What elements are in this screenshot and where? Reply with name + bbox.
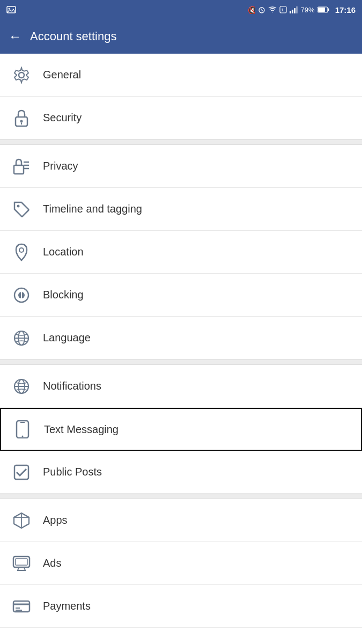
svg-rect-13 [318,8,325,12]
svg-rect-8 [290,11,291,13]
menu-item-label-text-messaging: Text Messaging [44,423,119,436]
alarm-icon [258,6,265,13]
mute-icon: 🔇 [248,5,255,14]
svg-rect-41 [16,559,27,565]
menu-item-general[interactable]: General [0,54,362,97]
status-time: 17:16 [335,5,356,14]
phone-icon [12,420,33,438]
image-icon [6,6,16,13]
lock-icon [11,109,32,127]
menu-item-label-blocking: Blocking [43,289,84,301]
svg-rect-0 [7,6,16,13]
svg-point-36 [22,436,24,437]
menu-item-payments[interactable]: Payments [0,585,362,628]
menu-item-label-language: Language [43,332,91,344]
status-icons: 🔇 1 79% 17:16 [248,5,356,14]
location-icon [11,243,32,261]
battery-text: 79% [301,6,315,14]
cube-icon [11,512,32,529]
privacy-icon [11,158,32,175]
menu-item-label-security: Security [43,112,82,124]
gear-icon [11,67,32,84]
menu-item-location[interactable]: Location [0,231,362,274]
menu-item-timeline-tagging[interactable]: Timeline and tagging [0,188,362,231]
page-title: Account settings [30,30,116,43]
svg-rect-37 [14,465,28,479]
svg-rect-10 [294,8,295,13]
menu-item-blocking[interactable]: Blocking [0,274,362,317]
menu-item-label-ads: Ads [43,557,61,569]
menu-item-label-privacy: Privacy [43,160,78,172]
globe-icon [11,330,32,347]
svg-rect-11 [296,6,298,13]
svg-rect-14 [328,9,329,11]
block-icon [11,287,32,304]
menu-item-security[interactable]: Security [0,97,362,140]
menu-item-privacy[interactable]: Privacy [0,145,362,188]
svg-text:🔇: 🔇 [248,6,255,14]
signal-icon [290,6,298,13]
svg-point-24 [19,248,24,252]
app-header: ← Account settings [0,19,362,54]
monitor-icon [11,555,32,572]
divider-after-language [0,360,362,365]
divider-after-public-posts [0,494,362,499]
menu-item-label-timeline-tagging: Timeline and tagging [43,203,142,215]
svg-line-5 [262,10,263,11]
svg-point-15 [19,72,24,78]
menu-item-text-messaging[interactable]: Text Messaging [0,408,362,451]
settings-menu: General Security Privacy Timeline and ta… [0,54,362,628]
svg-rect-19 [14,165,24,174]
menu-item-ads[interactable]: Ads [0,542,362,585]
card-icon [11,600,32,613]
status-bar-left [6,6,245,13]
menu-item-language[interactable]: Language [0,317,362,360]
menu-item-label-general: General [43,69,81,81]
menu-item-notifications[interactable]: Notifications [0,365,362,408]
menu-item-public-posts[interactable]: Public Posts [0,451,362,494]
menu-item-label-location: Location [43,246,84,258]
menu-item-label-public-posts: Public Posts [43,466,102,478]
svg-point-1 [9,8,10,10]
battery-icon [317,6,329,13]
menu-item-label-payments: Payments [43,600,91,612]
svg-text:1: 1 [281,8,284,12]
svg-rect-34 [17,421,28,438]
status-bar: 🔇 1 79% 17:16 [0,0,362,19]
divider-after-security [0,140,362,145]
svg-point-23 [17,204,20,207]
svg-rect-9 [292,10,293,13]
tag-icon [11,201,32,218]
menu-item-label-notifications: Notifications [43,380,101,392]
menu-item-label-apps: Apps [43,514,68,526]
sim1-icon: 1 [279,6,287,13]
wifi-icon [268,6,277,13]
checkbox-icon [11,464,32,481]
back-button[interactable]: ← [9,29,21,44]
menu-item-apps[interactable]: Apps [0,499,362,542]
globe2-icon [11,378,32,395]
svg-point-17 [20,120,23,122]
